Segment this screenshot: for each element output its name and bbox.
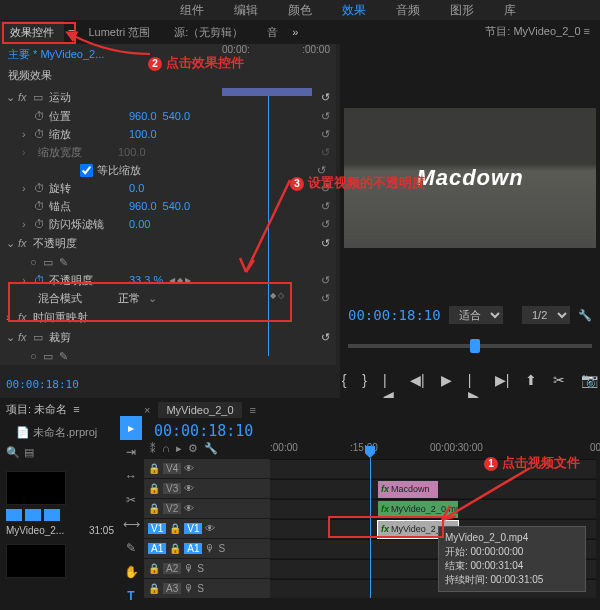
panel-tabs: 效果控件≡ Lumetri 范围 源:（无剪辑） 音» 节目: MyVideo_… [0,20,600,44]
ec-timecode: 00:00:18:10 [6,378,79,391]
blend-mode-row[interactable]: 混合模式 正常 ⌄ ↺ [0,289,336,307]
fit-dropdown[interactable]: 适合 [449,306,503,324]
stopwatch-icon[interactable]: ⏱ [34,128,45,140]
snap-icon[interactable]: ⁑ [150,442,156,455]
anchor-row[interactable]: ⏱ 锚点 960.0 540.0 ↺ [0,197,336,215]
annotation-label-2: 2 点击效果控件 [148,54,244,72]
position-row[interactable]: ⏱ 位置 960.0 540.0 ↺ [0,107,336,125]
filter-icon[interactable]: ▤ [24,446,34,459]
crop-header[interactable]: ⌄fx ▭ 裁剪 ↺ [0,327,336,347]
crop-box-icon[interactable]: ▭ [33,331,43,344]
tab-audio[interactable]: 音 [257,21,288,44]
antiflicker-row[interactable]: ›⏱ 防闪烁滤镜 0.00 ↺ [0,215,336,233]
razor-tool[interactable]: ✂ [120,488,142,512]
motion-group: ⌄ fx ▭ 运动 ↺ ⏱ 位置 960.0 540.0 ↺ ›⏱ 缩放 100… [0,87,336,233]
keyframe-marker[interactable]: ◆ ◇ [270,291,284,300]
thumb-icon-1[interactable] [6,509,22,521]
top-menu: 组件 编辑 颜色 效果 音频 图形 库 [0,0,600,20]
scale-width-row: › 缩放宽度 100.0 ↺ [0,143,336,161]
type-tool[interactable]: T [120,584,142,608]
crop-mask-icons[interactable]: ○ ▭ ✎ [0,347,336,365]
clip-macdown[interactable]: fxMacdown [378,481,438,498]
slip-tool[interactable]: ⟷ [120,512,142,536]
ellipse-mask-icon[interactable]: ○ [30,256,37,268]
tab-effect-controls[interactable]: 效果控件 [0,21,64,44]
opacity-header[interactable]: ⌄fx 不透明度 ↺ [0,233,336,253]
playhead[interactable] [370,458,371,598]
stopwatch-icon[interactable]: ⏱ [34,182,45,194]
menu-libraries[interactable]: 库 [504,2,516,19]
expand-icon[interactable]: ⌄ [6,91,18,104]
timeremap-header[interactable]: ›fx 时间重映射 [0,307,336,327]
master-clip-label[interactable]: 主要 * MyVideo_2... [8,47,104,62]
project-item-name[interactable]: MyVideo_2...31:05 [0,523,120,538]
crop-group: ⌄fx ▭ 裁剪 ↺ ○ ▭ ✎ [0,327,336,365]
wrench-icon[interactable]: 🔧 [204,442,218,455]
settings-icon[interactable]: ⚙ [188,442,198,455]
thumb-icon-3[interactable] [44,509,60,521]
rotation-row[interactable]: ›⏱ 旋转 0.0 ↺ [0,179,336,197]
clip-bar[interactable] [222,88,312,96]
preview-text: Macdown [416,165,523,191]
opacity-group: ⌄fx 不透明度 ↺ ○ ▭ ✎ › ⏱ 不透明度 33.3 % ◀◆▶ ↺ 混… [0,233,336,307]
clip-tooltip: MyVideo_2_0.mp4 开始: 00:00:00:00 结束: 00:0… [438,526,586,592]
track-select-tool[interactable]: ⇥ [120,440,142,464]
stopwatch-icon[interactable]: ⏱ [34,200,45,212]
ruler-time-2: :00:00 [302,44,330,55]
program-monitor: Macdown 00:00:18:10 适合 1/2 🔧 { } |◀ ◀| ▶… [340,44,600,412]
link-icon[interactable]: ∩ [162,442,170,455]
menu-color[interactable]: 颜色 [288,2,312,19]
search-icon[interactable]: 🔍 [6,446,20,459]
timeremap-group: ›fx 时间重映射 [0,307,336,327]
selection-tool[interactable]: ▸ [120,416,142,440]
opacity-value-row[interactable]: › ⏱ 不透明度 33.3 % ◀◆▶ ↺ [0,271,336,289]
project-panel: 项目: 未命名 ≡ 📄 未命名.prproj 🔍 ▤ MyVideo_2...3… [0,398,120,610]
mask-icons[interactable]: ○ ▭ ✎ [0,253,336,271]
thumb-icon-2[interactable] [25,509,41,521]
scale-row[interactable]: ›⏱ 缩放 100.0 ↺ [0,125,336,143]
program-timecode[interactable]: 00:00:18:10 [348,307,441,323]
aspect-checkbox[interactable] [80,164,93,177]
marker-icon[interactable]: ▸ [176,442,182,455]
playhead-ec[interactable] [268,96,269,356]
program-title: 节目: MyVideo_2_0 ≡ [485,24,590,39]
pen-mask-icon[interactable]: ✎ [59,350,68,363]
stopwatch-icon[interactable]: ⏱ [34,218,45,230]
stopwatch-icon[interactable]: ⏱ [34,274,45,286]
timeline-panel: × MyVideo_2_0 ≡ 00:00:18:10 ⁑ ∩ ▸ ⚙ 🔧 ▸ … [120,398,600,610]
project-thumbnail[interactable] [6,471,66,505]
ripple-tool[interactable]: ↔ [120,464,142,488]
clip-v2[interactable]: fxMyVideo_2_0.mp [378,501,458,518]
aspect-ratio-row[interactable]: 等比缩放 ↺ [0,161,336,179]
timeline-timecode[interactable]: 00:00:18:10 [154,422,253,440]
program-scrubber[interactable] [348,336,592,356]
annotation-label-1: 1 点击视频文件 [484,454,580,472]
sequence-tab[interactable]: MyVideo_2_0 [158,402,241,418]
menu-editing[interactable]: 编辑 [234,2,258,19]
pen-mask-icon[interactable]: ✎ [59,256,68,269]
tab-lumetri[interactable]: Lumetri 范围 [78,21,160,44]
crop-box-icon[interactable]: ▭ [33,91,43,104]
wrench-icon[interactable]: 🔧 [578,309,592,322]
menu-assembly[interactable]: 组件 [180,2,204,19]
ellipse-mask-icon[interactable]: ○ [30,350,37,362]
hand-tool[interactable]: ✋ [120,560,142,584]
stopwatch-icon[interactable]: ⏱ [34,110,45,122]
project-thumbnail-2[interactable] [6,544,66,578]
resolution-dropdown[interactable]: 1/2 [522,306,570,324]
project-panel-title[interactable]: 项目: 未命名 ≡ [0,398,120,421]
menu-audio[interactable]: 音频 [396,2,420,19]
rect-mask-icon[interactable]: ▭ [43,256,53,269]
menu-graphics[interactable]: 图形 [450,2,474,19]
add-keyframe-icon[interactable]: ◆ [177,276,183,285]
annotation-label-3: 3 设置视频的不透明度 [290,174,425,192]
project-file-name: 📄 未命名.prproj [0,421,120,444]
pen-tool[interactable]: ✎ [120,536,142,560]
tool-palette: ▸ ⇥ ↔ ✂ ⟷ ✎ ✋ T [120,416,142,608]
tab-source[interactable]: 源:（无剪辑） [164,21,253,44]
rect-mask-icon[interactable]: ▭ [43,350,53,363]
menu-effects[interactable]: 效果 [342,2,366,19]
chevron-down-icon[interactable]: ⌄ [148,292,157,305]
